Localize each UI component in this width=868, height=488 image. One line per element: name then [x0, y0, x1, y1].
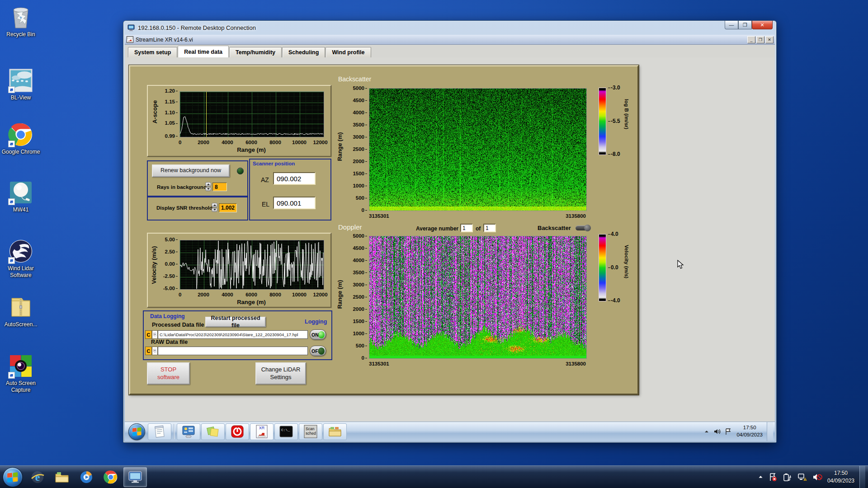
remote-task-stop-app[interactable] [226, 423, 249, 440]
processed-drive-box[interactable]: C [145, 330, 152, 339]
tray-volume-muted-icon[interactable] [812, 473, 822, 482]
tick-label: 2000 [198, 292, 209, 297]
remote-task-sticky-notes[interactable] [201, 423, 225, 440]
tick-label: 1000 [353, 183, 367, 188]
backscatter-heatmap[interactable] [369, 88, 587, 211]
svg-text:sched: sched [306, 431, 316, 436]
tick-label: 1.15 [165, 99, 178, 104]
desktop-icon-auto-screen-capture[interactable]: Auto Screen Capture [0, 353, 42, 394]
remote-task-explorer[interactable] [323, 423, 347, 440]
desktop-icon-label: Wind Lidar Software [0, 265, 42, 279]
remote-clock[interactable]: 17:50 04/09/2023 [736, 424, 763, 438]
task-windows-explorer[interactable] [50, 467, 74, 487]
desktop-icon-recycle-bin[interactable]: Recycle Bin [0, 5, 42, 38]
rdp-window-title: 192.168.0.150 - Remote Desktop Connectio… [138, 24, 256, 31]
rdp-close-button[interactable]: ✕ [752, 21, 773, 29]
task-media-player[interactable] [75, 467, 98, 487]
task-google-chrome[interactable] [99, 467, 123, 487]
raw-path-field[interactable] [158, 347, 308, 355]
raw-drive-box[interactable]: C [145, 347, 152, 355]
bl-view-icon [8, 68, 33, 93]
doppler-colorbar [599, 234, 606, 301]
remote-task-scan-scheduler[interactable]: Scansched [299, 423, 322, 440]
clock[interactable]: 17:50 04/09/2023 [827, 469, 854, 485]
desktop-icon-bl-view[interactable]: BL-View [0, 68, 42, 101]
stop-software-button[interactable]: STOP software [147, 362, 190, 385]
app-minimize-button[interactable]: _ [747, 36, 755, 43]
rays-spinner[interactable] [205, 182, 211, 191]
data-logging-title: Data Logging [150, 313, 185, 319]
remote-volume-icon[interactable] [713, 428, 721, 435]
backscatter-toggle[interactable] [576, 225, 591, 230]
tray-expand-icon[interactable] [758, 474, 764, 479]
desktop-icon-google-chrome[interactable]: Google Chrome [0, 122, 42, 155]
tick-label: -4.0 [608, 297, 620, 304]
az-value-field[interactable]: 090.002 [273, 172, 316, 185]
logging-label: Logging [305, 319, 327, 325]
remote-start-button[interactable] [128, 423, 145, 440]
el-value-field[interactable]: 090.001 [273, 197, 316, 209]
tick-label: -5.00 [163, 286, 178, 291]
velocity-plot-area[interactable] [179, 240, 324, 290]
tab-scheduling[interactable]: Scheduling [282, 47, 325, 57]
rdp-restore-button[interactable]: ❐ [738, 21, 752, 29]
stop-line1: STOP [160, 366, 176, 373]
app-restore-button[interactable]: ❐ [756, 36, 764, 43]
raw-logging-off-toggle[interactable]: OFF [310, 346, 326, 356]
remote-tray: 17:50 04/09/2023 [704, 422, 775, 441]
snr-spinner[interactable] [212, 203, 217, 212]
average-number-field[interactable]: 1 [460, 224, 473, 232]
clock-time: 17:50 [827, 469, 854, 477]
desktop-icon-mw41[interactable]: MW41 [0, 180, 42, 213]
start-button[interactable] [3, 467, 23, 487]
remote-task-notepad[interactable] [148, 423, 171, 440]
tick-label: 3135301 [369, 213, 389, 219]
rdp-titlebar[interactable]: 192.168.0.150 - Remote Desktop Connectio… [123, 21, 776, 34]
desktop-icon-autoscreen-zip[interactable]: AutoScreen... [0, 295, 42, 328]
processed-browse-icon[interactable]: ⎘ [152, 330, 158, 339]
task-internet-explorer[interactable]: e [26, 467, 49, 487]
snr-value-field[interactable]: 1.002 [219, 203, 237, 212]
app-titlebar[interactable]: StreamLine XR v14-6.vi _ ❐ ✕ [125, 35, 775, 45]
change-lidar-settings-button[interactable]: Change LiDAR Settings [255, 362, 306, 385]
tick-label: 3000 [353, 282, 367, 287]
raw-browse-icon[interactable]: ⎘ [152, 347, 158, 355]
average-number-label: Average number [416, 225, 458, 232]
tick-label: 8000 [269, 140, 281, 145]
tab-real-time-data[interactable]: Real time data [178, 46, 229, 57]
doppler-y-axis-label: Range (m) [336, 280, 343, 309]
doppler-heatmap[interactable] [369, 236, 587, 359]
renew-background-button[interactable]: Renew background now [152, 164, 230, 177]
doppler-x-ticks: 31353013135800 [369, 361, 586, 367]
tick-label: 2.50 [165, 249, 178, 254]
svg-text:e: e [35, 471, 40, 483]
remote-task-command-prompt[interactable]: C:\_ [274, 423, 298, 440]
rdp-minimize-button[interactable]: — [725, 21, 738, 29]
remote-task-streamline-xr[interactable]: XR [250, 423, 274, 440]
tray-power-icon[interactable] [783, 473, 793, 482]
desktop-icon-wind-lidar[interactable]: Wind Lidar Software [0, 239, 42, 279]
tray-network-icon[interactable] [797, 473, 807, 482]
tray-action-center-icon[interactable] [769, 473, 778, 482]
remote-task-display-settings[interactable] [177, 423, 200, 440]
ascope-plot-area[interactable] [179, 91, 324, 137]
tick-label: 0 [362, 355, 367, 361]
remote-show-desktop-button[interactable] [767, 422, 773, 441]
tick-label: 2000 [353, 306, 367, 312]
average-total-field[interactable]: 1 [483, 224, 496, 232]
show-desktop-button[interactable] [859, 466, 865, 488]
tick-label: 0 [179, 292, 181, 297]
remote-action-center-icon[interactable] [725, 428, 731, 435]
tab-temp-humidity[interactable]: Temp/humidity [229, 47, 282, 57]
remote-tray-expand-icon[interactable] [704, 429, 709, 434]
tab-system-setup[interactable]: System setup [128, 47, 177, 57]
restart-processed-file-button[interactable]: Restart processed file [205, 317, 266, 327]
tab-wind-profile[interactable]: Wind profile [326, 47, 371, 57]
ascope-y-ticks: 1.201.151.101.050.99 [160, 91, 178, 136]
rays-value-field[interactable]: 8 [212, 183, 227, 191]
task-remote-desktop-active[interactable] [123, 467, 147, 487]
processed-path-field[interactable]: C:\Lidar\Data\Proc\2023\202309\20230904\… [158, 330, 308, 339]
processed-logging-on-toggle[interactable]: ON [310, 329, 326, 340]
wind-lidar-icon [8, 239, 33, 264]
app-close-button[interactable]: ✕ [765, 36, 774, 43]
